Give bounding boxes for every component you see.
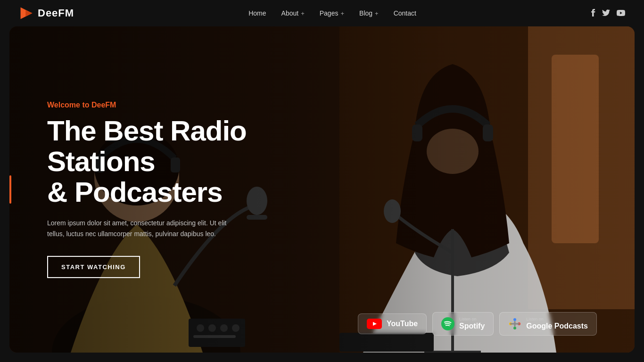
google-podcasts-badge-text: Listen on Google Podcasts <box>526 317 588 330</box>
google-podcasts-badge-icon <box>508 317 521 330</box>
svg-marker-1 <box>25 10 32 16</box>
svg-point-33 <box>513 327 516 329</box>
google-podcasts-badge[interactable]: Listen on Google Podcasts <box>499 312 597 336</box>
youtube-badge-label: YouTube <box>387 319 418 328</box>
spotify-badge-text: Listen on Spotify <box>459 317 485 330</box>
twitter-icon[interactable] <box>602 9 610 17</box>
social-links <box>591 8 625 18</box>
logo-text: DeeFM <box>38 7 74 19</box>
facebook-icon[interactable] <box>591 8 595 18</box>
nav-blog[interactable]: Blog + <box>359 9 379 17</box>
nav-pages[interactable]: Pages + <box>320 9 344 17</box>
hero-section: Welcome to DeeFM The Best Radio Stations… <box>9 26 635 353</box>
platform-badges: YouTube Listen on Spotify <box>358 312 597 336</box>
svg-point-32 <box>513 318 516 321</box>
spotify-badge-icon <box>441 317 454 330</box>
hero-subtitle: Welcome to DeeFM <box>47 101 311 109</box>
logo[interactable]: DeeFM <box>19 6 74 21</box>
nav-home[interactable]: Home <box>248 9 266 17</box>
navbar: DeeFM Home About + Pages + Blog + Contac… <box>0 0 644 26</box>
scroll-indicator <box>9 175 11 204</box>
spotify-badge[interactable]: Listen on Spotify <box>432 312 494 336</box>
youtube-badge-icon <box>367 319 382 329</box>
logo-icon <box>19 6 34 21</box>
youtube-badge[interactable]: YouTube <box>358 313 427 334</box>
blog-plus-icon: + <box>375 10 379 17</box>
nav-menu: Home About + Pages + Blog + Contact <box>248 9 416 17</box>
nav-contact[interactable]: Contact <box>394 9 416 17</box>
nav-about[interactable]: About + <box>281 9 305 17</box>
hero-title: The Best Radio Stations & Podcasters <box>47 116 311 207</box>
about-plus-icon: + <box>301 10 305 17</box>
pages-plus-icon: + <box>340 10 344 17</box>
hero-description: Lorem ipsum dolor sit amet, consectetur … <box>47 218 245 239</box>
start-watching-button[interactable]: START WATCHING <box>47 256 140 278</box>
hero-content: Welcome to DeeFM The Best Radio Stations… <box>47 101 311 278</box>
youtube-icon[interactable] <box>617 9 625 17</box>
svg-rect-37 <box>510 323 520 324</box>
